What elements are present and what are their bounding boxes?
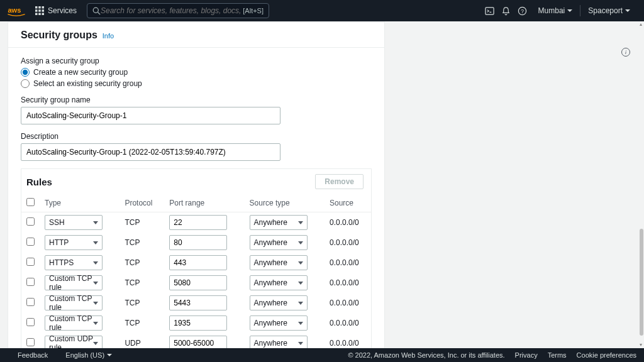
cloudshell-button[interactable] [482, 0, 498, 21]
row-checkbox[interactable] [26, 278, 35, 286]
col-type: Type [40, 194, 119, 212]
row-checkbox[interactable] [26, 238, 35, 246]
svg-rect-2 [38, 6, 41, 9]
row-checkbox[interactable] [26, 217, 35, 226]
rule-type-select[interactable]: Custom TCP rule [45, 315, 103, 331]
scroll-down-icon[interactable]: ▾ [638, 342, 644, 348]
account-label: Spaceport [588, 6, 623, 15]
chevron-down-icon [93, 302, 98, 305]
chevron-down-icon [93, 282, 98, 285]
radio-select-label: Select an existing security group [33, 79, 142, 88]
svg-line-11 [98, 12, 101, 14]
rule-srctype-select[interactable]: Anywhere [250, 295, 308, 310]
search-input[interactable] [101, 6, 243, 15]
table-row: Custom TCP ruleTCPAnywhere0.0.0.0/0 [21, 273, 371, 293]
notifications-button[interactable] [498, 0, 514, 21]
chevron-down-icon [93, 261, 98, 265]
rule-source: 0.0.0.0/0 [325, 233, 371, 253]
rule-port-input[interactable] [169, 336, 227, 348]
language-label: English (US) [65, 351, 104, 359]
chevron-down-icon [298, 261, 303, 265]
svg-text:?: ? [521, 8, 524, 14]
chevron-down-icon [93, 342, 98, 345]
privacy-link[interactable]: Privacy [515, 351, 538, 359]
rule-source: 0.0.0.0/0 [325, 212, 371, 233]
scroll-up-icon[interactable]: ▴ [638, 21, 644, 28]
col-port: Port range [164, 194, 244, 212]
rules-title: Rules [26, 177, 52, 187]
radio-create-label: Create a new security group [33, 68, 128, 77]
rule-type-select[interactable]: SSH [45, 215, 103, 230]
chevron-down-icon [298, 322, 303, 325]
sg-desc-input[interactable] [21, 143, 280, 161]
rule-port-input[interactable] [169, 315, 227, 331]
rule-srctype-select[interactable]: Anywhere [250, 255, 308, 270]
account-menu[interactable]: Spaceport [580, 6, 638, 15]
rule-type-select[interactable]: HTTPS [45, 255, 103, 270]
rule-type-select[interactable]: Custom UDP rule [45, 336, 103, 348]
rule-port-input[interactable] [169, 275, 227, 290]
remove-rule-button[interactable]: Remove [315, 174, 364, 189]
rule-protocol: TCP [119, 273, 164, 293]
col-protocol: Protocol [119, 194, 164, 212]
rule-type-select[interactable]: HTTP [45, 235, 103, 250]
chevron-down-icon [298, 241, 303, 244]
table-row: HTTPSTCPAnywhere0.0.0.0/0 [21, 253, 371, 273]
panel-title: Security groups [21, 30, 97, 41]
rule-port-input[interactable] [169, 215, 227, 230]
row-checkbox[interactable] [26, 258, 35, 266]
language-selector[interactable]: English (US) [65, 351, 112, 359]
feedback-link[interactable]: Feedback [18, 351, 48, 359]
row-checkbox[interactable] [26, 298, 35, 306]
cookies-link[interactable]: Cookie preferences [577, 351, 636, 359]
rule-protocol: TCP [119, 212, 164, 233]
chevron-down-icon [107, 354, 112, 356]
info-link[interactable]: Info [103, 32, 114, 40]
table-row: Custom TCP ruleTCPAnywhere0.0.0.0/0 [21, 293, 371, 313]
chevron-down-icon [298, 221, 303, 224]
info-panel-toggle[interactable]: i [621, 48, 630, 57]
global-search[interactable]: [Alt+S] [87, 3, 269, 18]
radio-select-input[interactable] [21, 79, 30, 88]
svg-rect-4 [35, 9, 38, 12]
rule-source: 0.0.0.0/0 [325, 293, 371, 313]
rule-type-select[interactable]: Custom TCP rule [45, 275, 103, 290]
rule-srctype-select[interactable]: Anywhere [250, 315, 308, 331]
sg-name-input[interactable] [21, 107, 280, 124]
chevron-down-icon [567, 9, 572, 12]
svg-rect-7 [35, 13, 38, 16]
main-content: i Security groups Info Assign a security… [0, 21, 639, 348]
region-selector[interactable]: Mumbai [531, 6, 580, 15]
assign-label: Assign a security group [21, 57, 372, 65]
cloudshell-icon [485, 6, 494, 16]
help-button[interactable]: ? [514, 0, 531, 21]
rule-source: 0.0.0.0/0 [325, 333, 371, 348]
rule-port-input[interactable] [169, 295, 227, 310]
scroll-thumb[interactable] [640, 229, 643, 336]
radio-create-input[interactable] [21, 68, 30, 77]
page-scrollbar[interactable]: ▴ ▾ [639, 21, 644, 348]
radio-create-sg[interactable]: Create a new security group [21, 68, 372, 77]
row-checkbox[interactable] [26, 318, 35, 326]
radio-select-sg[interactable]: Select an existing security group [21, 79, 372, 88]
rule-srctype-select[interactable]: Anywhere [250, 215, 308, 230]
rule-srctype-select[interactable]: Anywhere [250, 235, 308, 250]
table-row: Custom UDP ruleUDPAnywhere0.0.0.0/0 [21, 333, 371, 348]
select-all-checkbox[interactable] [26, 198, 35, 206]
rule-srctype-select[interactable]: Anywhere [250, 336, 308, 348]
rule-protocol: UDP [119, 333, 164, 348]
svg-rect-3 [42, 6, 45, 9]
rule-srctype-select[interactable]: Anywhere [250, 275, 308, 290]
rule-port-input[interactable] [169, 255, 227, 270]
grid-icon [35, 6, 44, 15]
rule-port-input[interactable] [169, 235, 227, 250]
row-checkbox[interactable] [26, 338, 35, 346]
chevron-down-icon [298, 302, 303, 305]
col-source: Source [325, 194, 371, 212]
rule-type-select[interactable]: Custom TCP rule [45, 295, 103, 310]
bell-icon [501, 6, 511, 16]
top-nav: aws Services [Alt+S] ? Mumbai Spaceport [0, 0, 644, 21]
services-menu[interactable]: Services [30, 6, 82, 15]
terms-link[interactable]: Terms [548, 351, 567, 359]
services-label: Services [48, 6, 77, 15]
